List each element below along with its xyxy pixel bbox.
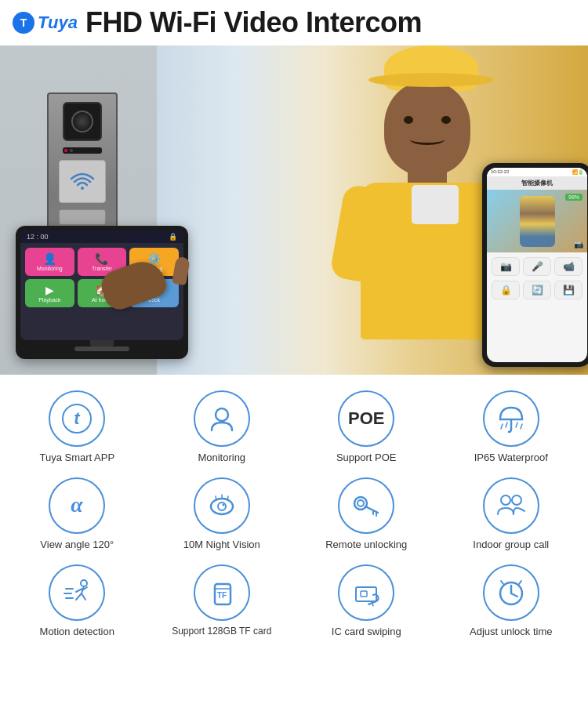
night-vision-icon [194, 477, 250, 534]
svg-line-12 [227, 496, 228, 500]
svg-text:α: α [71, 492, 84, 517]
monitoring-icon-svg [207, 404, 237, 434]
phone-btn-refresh[interactable]: 🔄 [523, 281, 551, 299]
phone-percentage: 99% [565, 194, 583, 201]
tuya-logo-text: Tuya [38, 13, 78, 33]
svg-line-24 [76, 589, 82, 592]
eye-icon-svg [207, 491, 237, 521]
phone-preview: 99% 📷 [487, 190, 587, 252]
tuya-logo: T Tuya [13, 12, 78, 34]
view-angle-icon: α [49, 477, 105, 534]
tf-card-icon: TF [194, 564, 250, 621]
phone-btn-mic[interactable]: 🎤 [523, 257, 551, 276]
ic-card-label: IC card swiping [332, 626, 401, 639]
rfid-panel [59, 160, 106, 203]
phone-title: 智能摄像机 [487, 176, 587, 190]
tuya-app-icon: t [49, 390, 105, 447]
camera-lens [71, 111, 93, 132]
monitoring-icon [194, 390, 250, 447]
phone-btn-camera[interactable]: 📷 [492, 257, 520, 276]
header: T Tuya FHD Wi-Fi Video Intercom [0, 0, 588, 45]
poe-label: Support POE [336, 452, 397, 465]
svg-line-26 [76, 593, 82, 600]
poe-icon: POE [338, 390, 394, 447]
motion-detect-label: Motion detection [40, 626, 114, 639]
iccard-icon-svg [351, 578, 381, 608]
feature-monitoring: Monitoring [153, 390, 292, 465]
tfcard-icon-svg: TF [207, 578, 237, 608]
svg-line-27 [82, 593, 85, 600]
svg-point-13 [218, 502, 226, 510]
groupcall-icon-svg [496, 491, 526, 521]
svg-line-5 [506, 423, 507, 427]
phone-controls-row2: 🔒 🔄 💾 [487, 281, 587, 299]
tuya-app-label: Tuya Smart APP [39, 452, 114, 465]
svg-point-9 [211, 499, 233, 514]
tf-card-label: Support 128GB TF card [172, 626, 271, 638]
svg-point-21 [512, 495, 521, 505]
camera-module [63, 102, 102, 141]
svg-line-6 [516, 423, 517, 427]
svg-point-15 [354, 497, 367, 510]
feature-night-vision: 10M Night Vision [153, 477, 292, 552]
hero-section: 12 : 00 🔒 👤 Monitoring 📞 Transfer ⚙️ Set… [0, 45, 588, 375]
feature-ic-card: IC card swiping [297, 564, 436, 639]
svg-line-40 [519, 581, 521, 584]
tuya-icon-svg: t [62, 404, 92, 434]
feature-view-angle: α View angle 120° [8, 477, 147, 552]
feature-waterproof: IP65 Waterproof [442, 390, 581, 465]
phone-btn-lock[interactable]: 🔒 [492, 281, 520, 299]
screen-header: 12 : 00 🔒 [20, 230, 183, 243]
poe-text: POE [348, 410, 384, 427]
screen-icon: 🔒 [169, 233, 177, 241]
phone-btn-video[interactable]: 📹 [554, 257, 583, 276]
app-monitoring: 👤 Monitoring [25, 248, 74, 276]
rfid-icon [68, 168, 96, 196]
svg-line-39 [501, 581, 503, 584]
svg-line-38 [511, 593, 517, 597]
key-icon-svg [351, 491, 381, 521]
feature-poe: POE Support POE [297, 390, 436, 465]
unlock-time-icon [483, 564, 539, 621]
waterproof-icon [483, 390, 539, 447]
ic-card-icon [338, 564, 394, 621]
group-call-icon [483, 477, 539, 534]
group-call-label: Indoor group call [473, 539, 549, 552]
angle-icon-svg: α [62, 491, 92, 521]
app-playback: ▶ Playback [25, 279, 74, 307]
phone-status-bar: 10:32:22 📶🔋 [487, 168, 587, 176]
tuya-logo-icon: T [13, 12, 34, 34]
svg-point-20 [501, 495, 510, 505]
svg-point-22 [81, 580, 87, 586]
svg-point-16 [358, 500, 364, 506]
feature-remote-unlock: Remote unlocking [297, 477, 436, 552]
svg-line-7 [521, 424, 522, 429]
button-row [59, 209, 106, 225]
unlock-time-label: Adjust unlock time [470, 626, 553, 639]
svg-point-14 [222, 503, 224, 506]
feature-unlock-time: Adjust unlock time [442, 564, 581, 639]
svg-text:TF: TF [217, 591, 227, 600]
svg-point-2 [216, 408, 228, 421]
remote-unlock-icon [338, 477, 394, 534]
svg-rect-35 [361, 591, 367, 597]
phone-btn-save[interactable]: 💾 [554, 281, 583, 299]
phone-controls-row1: 📷 🎤 📹 [487, 252, 587, 281]
svg-text:t: t [74, 408, 82, 428]
monitoring-label: Monitoring [198, 452, 245, 465]
hand-gesture [102, 265, 196, 312]
svg-line-4 [501, 424, 503, 429]
waterproof-label: IP65 Waterproof [474, 452, 548, 465]
umbrella-icon-svg [496, 404, 526, 434]
feature-group-call: Indoor group call [442, 477, 581, 552]
phone-screen: 10:32:22 📶🔋 智能摄像机 99% 📷 📷 🎤 📹 🔒 🔄 [487, 168, 587, 362]
view-angle-label: View angle 120° [40, 539, 114, 552]
clock-icon-svg [496, 578, 526, 608]
remote-unlock-label: Remote unlocking [325, 539, 407, 552]
feature-motion-detect: Motion detection [8, 564, 147, 639]
phone-battery: 📶🔋 [572, 169, 583, 175]
screen-time: 12 : 00 [27, 233, 49, 241]
night-vision-label: 10M Night Vision [183, 539, 260, 552]
feature-tf-card: TF Support 128GB TF card [153, 564, 292, 639]
monitor-stand [90, 340, 114, 346]
